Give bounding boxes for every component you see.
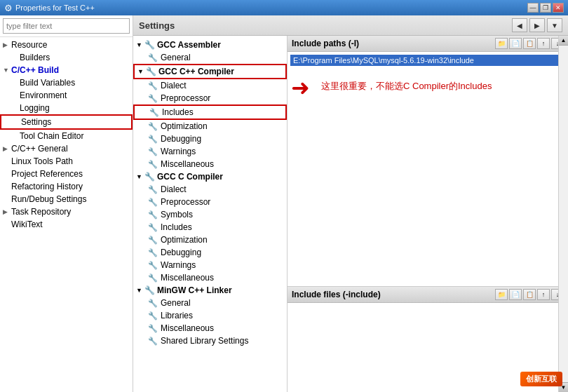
item-icon-warnings: 🔧 (147, 146, 158, 157)
tree-item-build-variables[interactable]: Build Variables (0, 76, 133, 89)
c-preprocessor[interactable]: 🔧 Preprocessor (133, 196, 287, 208)
tree-item-run-debug[interactable]: Run/Debug Settings (0, 193, 133, 205)
item-icon-c-preprocessor: 🔧 (147, 196, 158, 208)
tree-item-cpp-general[interactable]: ▶ C/C++ General (0, 142, 133, 155)
right-scrollbar[interactable]: ▲ ▼ (558, 36, 568, 392)
content-area: ▼ 🔧 GCC Assembler 🔧 General ▼ 🔧 GCC C++ … (133, 36, 568, 392)
path-entry-mysql[interactable]: E:\Program Files\MySQL\mysql-5.6.19-win3… (290, 55, 565, 66)
section-label-assembler: GCC Assembler (157, 40, 221, 50)
section-mingw-linker[interactable]: ▼ 🔧 MinGW C++ Linker (133, 284, 287, 297)
item-icon-optimization: 🔧 (147, 121, 158, 132)
app-icon: ⚙ (4, 3, 13, 13)
cpp-optimization-label: Optimization (161, 121, 208, 131)
right-panel: Settings ◀ ▶ ▼ ▼ 🔧 GCC Assembler 🔧 Gener… (133, 15, 568, 392)
settings-title: Settings (139, 20, 175, 31)
tree-item-toolchain[interactable]: Tool Chain Editor (0, 130, 133, 142)
include-files-tools: 📁 📄 📋 ↑ ↓ (495, 289, 564, 300)
add-folder-button-2[interactable]: 📁 (495, 289, 508, 300)
move-up-button[interactable]: ↑ (537, 38, 550, 49)
item-icon-c-dialect: 🔧 (147, 184, 158, 195)
include-paths-title: Include paths (-I) (292, 39, 359, 48)
section-arrow-assembler: ▼ (136, 41, 142, 48)
cpp-dialect-label: Dialect (161, 81, 187, 90)
tree-item-builders[interactable]: Builders (0, 51, 133, 64)
move-up-button-2[interactable]: ↑ (537, 289, 550, 300)
c-symbols[interactable]: 🔧 Symbols (133, 208, 287, 221)
assembler-general-label: General (161, 53, 191, 62)
restore-button[interactable]: ❐ (540, 3, 551, 13)
cpp-includes-label: Includes (162, 107, 194, 117)
expand-arrow-general: ▶ (3, 145, 11, 152)
linker-libraries[interactable]: 🔧 Libraries (133, 309, 287, 322)
include-paths-tools: 📁 📄 📋 ↑ ↓ (495, 38, 564, 49)
item-icon-c-misc: 🔧 (147, 272, 158, 283)
filter-input[interactable] (3, 18, 130, 34)
tree-item-linux[interactable]: Linux Tools Path (0, 155, 133, 168)
c-dialect-label: Dialect (161, 184, 187, 194)
item-icon-misc: 🔧 (147, 158, 158, 170)
section-folder-icon-linker: 🔧 (144, 285, 155, 295)
item-icon-dialect: 🔧 (147, 80, 158, 91)
add-folder-button[interactable]: 📁 (495, 38, 508, 49)
c-includes[interactable]: 🔧 Includes (133, 221, 287, 234)
c-debugging[interactable]: 🔧 Debugging (133, 246, 287, 259)
include-paths-content: E:\Program Files\MySQL\mysql-5.6.19-win3… (288, 52, 568, 286)
watermark: 创新互联 (520, 372, 562, 386)
tree-item-settings[interactable]: Settings (0, 114, 133, 130)
linker-general[interactable]: 🔧 General (133, 297, 287, 309)
cpp-preprocessor-label: Preprocessor (161, 93, 210, 103)
nav-back-button[interactable]: ◀ (512, 18, 527, 32)
c-includes-label: Includes (161, 222, 192, 232)
cpp-preprocessor[interactable]: 🔧 Preprocessor (133, 92, 287, 104)
item-icon-debugging: 🔧 (147, 133, 158, 144)
linker-shared-library[interactable]: 🔧 Shared Library Settings (133, 334, 287, 347)
expand-arrow: ▶ (3, 41, 11, 48)
expand-arrow-task: ▶ (3, 208, 11, 215)
item-icon-c-symbols: 🔧 (147, 209, 158, 220)
section-gcc-assembler[interactable]: ▼ 🔧 GCC Assembler (133, 39, 287, 51)
cpp-warnings-label: Warnings (161, 147, 196, 156)
linker-miscellaneous[interactable]: 🔧 Miscellaneous (133, 322, 287, 334)
nav-forward-button[interactable]: ▶ (529, 18, 545, 32)
cpp-includes[interactable]: 🔧 Includes (133, 104, 287, 120)
cpp-debugging[interactable]: 🔧 Debugging (133, 133, 287, 145)
section-arrow-cpp: ▼ (137, 68, 144, 75)
tree-item-resource[interactable]: ▶ Resource (0, 39, 133, 51)
cpp-miscellaneous[interactable]: 🔧 Miscellaneous (133, 158, 287, 170)
c-warnings[interactable]: 🔧 Warnings (133, 259, 287, 271)
c-preprocessor-label: Preprocessor (161, 197, 210, 207)
nav-dropdown-button[interactable]: ▼ (547, 18, 562, 32)
tree-item-refactoring[interactable]: Refactoring History (0, 180, 133, 193)
cpp-optimization[interactable]: 🔧 Optimization (133, 120, 287, 133)
title-bar: ⚙ Properties for Test C++ — ❐ ✕ (0, 0, 568, 15)
cpp-dialect[interactable]: 🔧 Dialect (133, 79, 287, 92)
c-optimization[interactable]: 🔧 Optimization (133, 234, 287, 246)
item-icon-c-includes: 🔧 (147, 222, 158, 233)
section-arrow-linker: ▼ (136, 287, 142, 294)
item-icon-c-opt: 🔧 (147, 234, 158, 245)
copy-button-2[interactable]: 📋 (523, 289, 536, 300)
assembler-general[interactable]: 🔧 General (133, 51, 287, 64)
tree-item-wikitext[interactable]: WikiText (0, 218, 133, 231)
tree-item-project-refs[interactable]: Project References (0, 168, 133, 180)
section-gcc-cpp-compiler[interactable]: ▼ 🔧 GCC C++ Compiler (133, 64, 287, 79)
minimize-button[interactable]: — (527, 3, 539, 13)
c-dialect[interactable]: 🔧 Dialect (133, 183, 287, 196)
cpp-warnings[interactable]: 🔧 Warnings (133, 145, 287, 158)
add-file-button[interactable]: 📄 (509, 38, 522, 49)
section-gcc-c-compiler[interactable]: ▼ 🔧 GCC C Compiler (133, 170, 287, 183)
item-icon-includes: 🔧 (149, 107, 160, 118)
cpp-debugging-label: Debugging (161, 134, 201, 144)
scroll-track (559, 46, 568, 382)
navigation-buttons: ◀ ▶ ▼ (512, 18, 562, 32)
section-folder-icon: 🔧 (144, 40, 155, 50)
tree-item-logging[interactable]: Logging (0, 102, 133, 114)
tree-item-cpp-build[interactable]: ▼ C/C++ Build (0, 64, 133, 76)
scroll-up-button[interactable]: ▲ (559, 36, 568, 46)
c-miscellaneous[interactable]: 🔧 Miscellaneous (133, 271, 287, 284)
tree-item-task-repo[interactable]: ▶ Task Repository (0, 205, 133, 218)
tree-item-environment[interactable]: Environment (0, 89, 133, 102)
add-file-button-2[interactable]: 📄 (509, 289, 522, 300)
close-button[interactable]: ✕ (553, 3, 564, 13)
copy-button[interactable]: 📋 (523, 38, 536, 49)
